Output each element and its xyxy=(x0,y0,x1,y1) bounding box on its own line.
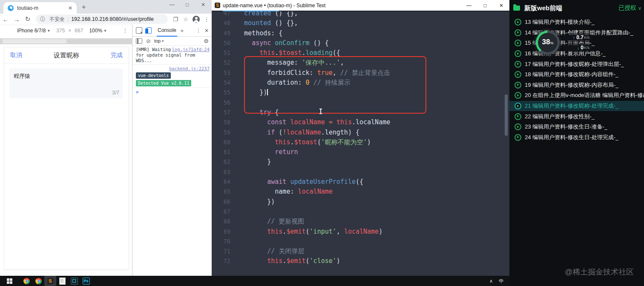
notepad-icon xyxy=(59,277,66,285)
code-line[interactable]: 53 forbidClick: true, // 禁止背景点击 xyxy=(212,68,509,78)
console-sidebar-icon[interactable] xyxy=(136,38,142,44)
editor-scrollbar[interactable] xyxy=(505,94,508,136)
code-line[interactable]: 55 }) xyxy=(212,88,509,97)
code-line[interactable]: 63 xyxy=(212,167,509,177)
code-line[interactable]: 59 if (!localName.length) { xyxy=(212,128,509,137)
chrome-icon xyxy=(23,278,30,284)
playlist-item-21[interactable]: 21 编辑用户资料-修改昵称-处理完成-_ xyxy=(509,101,644,112)
line-number: 64 xyxy=(212,177,236,187)
info-icon[interactable]: ⓘ xyxy=(40,16,45,23)
taskbar-notepad[interactable] xyxy=(56,276,68,286)
playlist-item-22[interactable]: 22 编辑用户资料-修改性别-_ xyxy=(509,111,644,122)
console-prompt[interactable]: > xyxy=(132,88,212,96)
code-line[interactable]: 69 this.$emit('input', localName) xyxy=(212,227,509,237)
console-settings-gear-icon[interactable]: ⚙ xyxy=(204,38,209,44)
zoom-select[interactable]: 100% xyxy=(89,28,102,34)
line-number: 70 xyxy=(212,237,236,246)
code-line[interactable]: 64 await updateUserProfile({ xyxy=(212,177,509,187)
code-line[interactable]: 49 methods: { xyxy=(212,29,509,38)
profile-avatar[interactable] xyxy=(193,16,200,23)
playlist-item-13[interactable]: 13 编辑用户资料-模块介绍-_ xyxy=(509,17,644,28)
nickname-popup: 取消 设置昵称 完成 程序猿 3/7 xyxy=(4,47,129,270)
ime-indicator[interactable]: 中 xyxy=(499,278,503,284)
line-number: 67 xyxy=(212,207,236,217)
playlist-item-17[interactable]: 17 编辑用户资料-修改昵称-处理弹出层-_ xyxy=(509,59,644,69)
forward-icon[interactable]: → xyxy=(11,16,22,23)
nickname-textarea[interactable]: 程序猿 3/7 xyxy=(9,69,123,98)
code-line[interactable]: 56 xyxy=(212,98,509,108)
console-toolbar: ⊘ top ▾ ⚙ xyxy=(132,36,212,46)
taskbar-photoshop[interactable]: Ps xyxy=(80,276,92,286)
code-line[interactable]: 72 this.$emit('close') xyxy=(212,256,509,265)
playlist-item-19[interactable]: 19 编辑用户资料-修改昵称-内容布局-_ xyxy=(509,80,644,91)
browser-close-button[interactable]: ✕ xyxy=(201,2,205,8)
code-line[interactable]: 67 xyxy=(212,207,509,217)
back-icon[interactable]: ← xyxy=(0,16,11,23)
console-tab[interactable]: Console xyxy=(157,24,177,37)
code-line[interactable]: 50 async onConfirm () { xyxy=(212,38,509,48)
playlist-item-24[interactable]: 24 编辑用户资料-修改生日-处理完成-_ xyxy=(509,132,644,143)
browser-minimize-button[interactable]: — xyxy=(170,2,175,8)
code-line[interactable]: 70 xyxy=(212,237,509,246)
sublime-close-button[interactable]: ✕ xyxy=(493,3,509,9)
browser-menu-icon[interactable]: ⋮ xyxy=(201,16,212,23)
browser-toolbar: ← → ↻ ⓘ 不安全 | 192.168.10.216:8080/#/user… xyxy=(0,14,212,25)
code-line[interactable]: 57 try { xyxy=(212,108,509,117)
cancel-button[interactable]: 取消 xyxy=(10,51,22,59)
playlist-item-18[interactable]: 18 编辑用户资料-修改昵称-内容组件-_ xyxy=(509,69,644,80)
code-line[interactable]: 48 mounted () {}, xyxy=(212,18,509,28)
taskbar-sublime[interactable]: S xyxy=(44,276,56,286)
devtools-menu-icon[interactable]: ⋮ xyxy=(196,28,201,34)
collapse-chevron-icon[interactable]: ∨ xyxy=(638,6,641,11)
device-mode-icon[interactable] xyxy=(147,27,152,34)
address-bar[interactable]: ⓘ 不安全 | 192.168.10.216:8080/#/user/profi… xyxy=(36,14,168,24)
code-line[interactable]: 66 }) xyxy=(212,197,509,207)
playlist-item-23[interactable]: 23 编辑用户资料-修改生日-准备-_ xyxy=(509,122,644,132)
text-caret xyxy=(267,89,268,95)
code-line[interactable]: 52 message: '保存中...', xyxy=(212,58,509,68)
taskbar-chrome-2[interactable] xyxy=(32,276,44,286)
context-selector[interactable]: top xyxy=(154,38,161,43)
playlist-item-20[interactable]: 20 在组件上使用v-mode语法糖 编辑用户资料-修改昵 xyxy=(509,90,644,101)
mobile-viewport: 取消 设置昵称 完成 程序猿 3/7 xyxy=(0,36,132,276)
play-icon xyxy=(515,123,521,130)
devtools-close-icon[interactable]: ✕ xyxy=(204,28,209,34)
tab-close-icon[interactable]: ✕ xyxy=(68,5,72,11)
device-select[interactable]: iPhone 6/7/8 xyxy=(17,28,46,34)
more-panels-icon[interactable]: » xyxy=(181,28,184,34)
code-line[interactable]: 61 return xyxy=(212,147,509,157)
code-line[interactable]: 71 // 关闭弹层 xyxy=(212,246,509,256)
done-button[interactable]: 完成 xyxy=(111,51,123,59)
console-source-link[interactable]: log.js?1afd:24 xyxy=(172,47,210,52)
inspect-element-icon[interactable] xyxy=(136,27,142,34)
code-line[interactable]: 60 this.$toast('昵称不能为空') xyxy=(212,137,509,147)
code-editor[interactable]: 47 created () {},48 mounted () {},49 met… xyxy=(212,11,509,265)
taskbar-recorder[interactable] xyxy=(68,276,80,286)
taskbar-chrome-1[interactable] xyxy=(20,276,32,286)
clear-console-icon[interactable]: ⊘ xyxy=(146,38,151,44)
sublime-maximize-button[interactable]: □ xyxy=(477,3,493,9)
code-line[interactable]: 65 name: localName xyxy=(212,187,509,197)
code-line[interactable]: 51 this.$toast.loading({ xyxy=(212,48,509,58)
sublime-minimize-button[interactable]: — xyxy=(461,3,477,9)
browser-tab[interactable]: toutiao-m ✕ xyxy=(3,2,77,14)
line-number: 61 xyxy=(212,147,236,157)
viewport-height[interactable]: 667 xyxy=(75,28,83,34)
device-toolbar-menu-icon[interactable]: ⋮ xyxy=(123,28,128,34)
float-speed-widget[interactable]: 38% ↑ 0.7 K/s ↓ 0 K/s xyxy=(536,31,589,56)
new-tab-button[interactable]: + xyxy=(82,3,86,11)
browser-maximize-button[interactable]: □ xyxy=(186,2,189,8)
console-source-link[interactable]: backend.js:2237 xyxy=(169,66,210,72)
start-button[interactable] xyxy=(3,276,15,286)
line-number: 69 xyxy=(212,227,236,237)
code-line[interactable]: 62 } xyxy=(212,157,509,167)
bookmark-star-icon[interactable]: ☆ xyxy=(181,16,191,23)
reload-icon[interactable]: ↻ xyxy=(22,15,33,23)
code-line[interactable]: 58 const localName = this.localName xyxy=(212,117,509,127)
code-line[interactable]: 68 // 更新视图 xyxy=(212,217,509,226)
code-line[interactable]: 47 created () {}, xyxy=(212,11,509,18)
viewport-width[interactable]: 375 xyxy=(56,28,65,34)
tray-expand-caret[interactable]: ∧ xyxy=(489,278,493,284)
translate-icon[interactable]: ❐ xyxy=(170,16,181,23)
code-line[interactable]: 54 duration: 0 // 持续展示 xyxy=(212,78,509,88)
